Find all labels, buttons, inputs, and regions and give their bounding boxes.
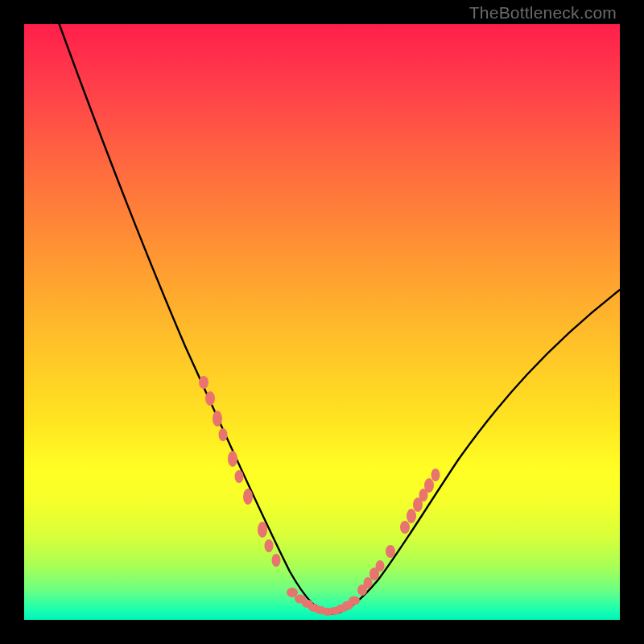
svg-point-3 (219, 428, 228, 441)
beads-left (199, 376, 281, 567)
svg-point-29 (424, 478, 434, 493)
svg-point-24 (386, 545, 395, 558)
plot-area (24, 24, 620, 620)
chart-frame: TheBottleneck.com (0, 0, 644, 644)
beads-right-upper (400, 469, 440, 534)
svg-point-8 (265, 539, 274, 552)
svg-point-1 (205, 391, 215, 406)
beads-bottom (287, 588, 360, 616)
svg-point-5 (235, 470, 244, 483)
svg-point-7 (258, 522, 267, 538)
svg-point-0 (199, 376, 208, 389)
svg-point-23 (376, 560, 385, 572)
svg-point-6 (243, 489, 253, 505)
svg-point-9 (272, 554, 281, 567)
watermark-text: TheBottleneck.com (469, 3, 617, 23)
svg-point-4 (228, 451, 237, 467)
svg-point-2 (213, 411, 222, 427)
bottleneck-curve (56, 16, 620, 613)
beads-right-lower (357, 545, 395, 596)
svg-point-26 (407, 509, 416, 523)
svg-point-30 (431, 469, 440, 481)
svg-point-25 (400, 521, 410, 534)
curve-layer (24, 24, 620, 620)
svg-point-21 (364, 577, 373, 588)
svg-point-19 (349, 597, 360, 605)
svg-point-10 (287, 588, 298, 597)
